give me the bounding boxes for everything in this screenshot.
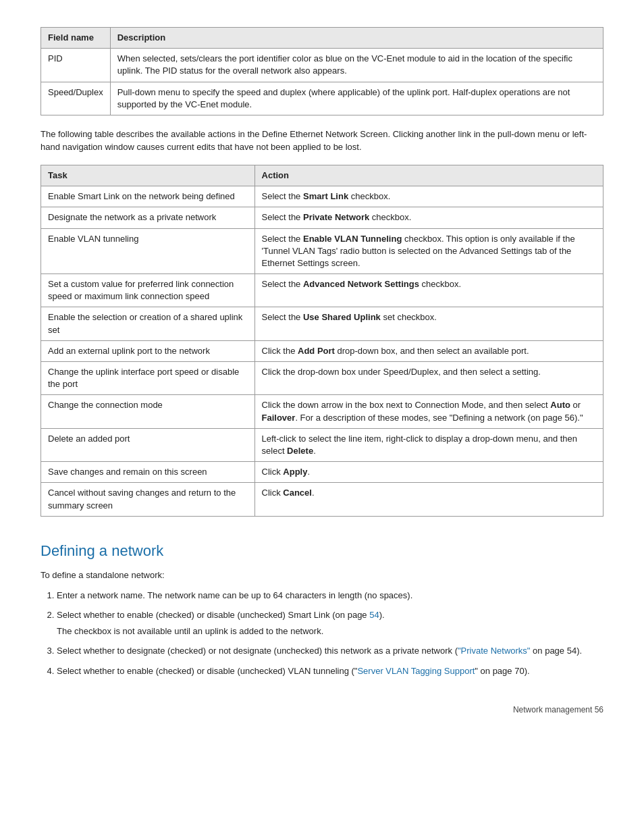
table-row: Designate the network as a private netwo… <box>41 207 603 228</box>
task-cell: Set a custom value for preferred link co… <box>41 274 255 307</box>
step-1-text: Enter a network name. The network name c… <box>57 590 412 600</box>
task-cell: Delete an added port <box>41 428 255 461</box>
action-header: Action <box>254 165 603 186</box>
task-cell: Change the connection mode <box>41 395 255 428</box>
table-row: Set a custom value for preferred link co… <box>41 274 603 307</box>
table-row: Enable the selection or creation of a sh… <box>41 307 603 340</box>
task-cell: Add an external uplink port to the netwo… <box>41 340 255 361</box>
table-row: Add an external uplink port to the netwo… <box>41 340 603 361</box>
step-4-text: Select whether to enable (checked) or di… <box>57 666 530 676</box>
field-cell: PID <box>41 49 111 82</box>
table-row: Change the uplink interface port speed o… <box>41 362 603 395</box>
action-cell: Click the Add Port drop-down box, and th… <box>254 340 603 361</box>
step-3-text: Select whether to designate (checked) or… <box>57 646 582 656</box>
intro-paragraph: The following table describes the availa… <box>41 128 603 154</box>
action-cell: Click the down arrow in the box next to … <box>254 395 603 428</box>
table-row: Enable Smart Link on the network being d… <box>41 186 603 207</box>
action-cell: Select the Use Shared Uplink set checkbo… <box>254 307 603 340</box>
table-row: Delete an added port Left-click to selec… <box>41 428 603 461</box>
section-heading: Defining a network <box>41 541 603 562</box>
table-row: Speed/Duplex Pull-down menu to specify t… <box>41 82 603 115</box>
table-row: Enable VLAN tunneling Select the Enable … <box>41 228 603 274</box>
task-cell: Save changes and remain on this screen <box>41 462 255 483</box>
link-page-54[interactable]: 54 <box>369 610 379 620</box>
task-action-table: Task Action Enable Smart Link on the net… <box>41 165 603 517</box>
field-name-table: Field name Description PID When selected… <box>41 27 603 115</box>
action-cell: Click Cancel. <box>254 483 603 516</box>
link-private-networks[interactable]: "Private Networks" <box>458 646 530 656</box>
page-footer: Network management 56 <box>41 704 603 716</box>
step-2-subnote: The checkbox is not available until an u… <box>57 625 603 638</box>
action-cell: Click Apply. <box>254 462 603 483</box>
list-item: Enter a network name. The network name c… <box>57 589 603 602</box>
footer-text: Network management 56 <box>513 705 603 714</box>
table-row: Cancel without saving changes and return… <box>41 483 603 516</box>
description-header: Description <box>110 28 603 49</box>
action-cell: Click the drop-down box under Speed/Dupl… <box>254 362 603 395</box>
task-header: Task <box>41 165 255 186</box>
list-item: Select whether to enable (checked) or di… <box>57 608 603 637</box>
field-cell: Speed/Duplex <box>41 82 111 115</box>
table-row: Save changes and remain on this screen C… <box>41 462 603 483</box>
step-2-text: Select whether to enable (checked) or di… <box>57 610 385 620</box>
action-cell: Left-click to select the line item, righ… <box>254 428 603 461</box>
link-server-vlan[interactable]: Server VLAN Tagging Support <box>357 666 475 676</box>
list-item: Select whether to enable (checked) or di… <box>57 664 603 678</box>
task-cell: Enable Smart Link on the network being d… <box>41 186 255 207</box>
table-row: PID When selected, sets/clears the port … <box>41 49 603 82</box>
task-cell: Change the uplink interface port speed o… <box>41 362 255 395</box>
action-cell: Select the Smart Link checkbox. <box>254 186 603 207</box>
action-cell: Select the Enable VLAN Tunneling checkbo… <box>254 228 603 274</box>
task-cell: Cancel without saving changes and return… <box>41 483 255 516</box>
task-cell: Enable the selection or creation of a sh… <box>41 307 255 340</box>
table-row: Change the connection mode Click the dow… <box>41 395 603 428</box>
description-cell: When selected, sets/clears the port iden… <box>110 49 603 82</box>
action-cell: Select the Private Network checkbox. <box>254 207 603 228</box>
task-cell: Designate the network as a private netwo… <box>41 207 255 228</box>
section-subtext: To define a standalone network: <box>41 569 603 581</box>
action-cell: Select the Advanced Network Settings che… <box>254 274 603 307</box>
field-name-header: Field name <box>41 28 111 49</box>
description-cell: Pull-down menu to specify the speed and … <box>110 82 603 115</box>
list-item: Select whether to designate (checked) or… <box>57 644 603 658</box>
task-cell: Enable VLAN tunneling <box>41 228 255 274</box>
steps-list: Enter a network name. The network name c… <box>57 589 603 678</box>
